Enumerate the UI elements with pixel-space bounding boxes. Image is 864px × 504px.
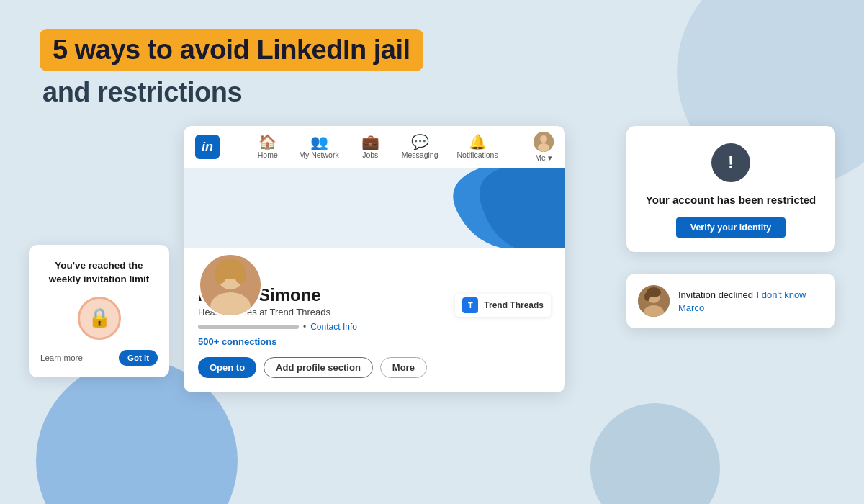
account-restricted-card: ! Your account has been restricted Verif… — [626, 126, 835, 252]
svg-point-2 — [538, 143, 549, 152]
linkedin-navbar: in 🏠 Home 👥 My Network 💼 Jobs 💬 Messagi — [184, 126, 565, 168]
home-icon: 🏠 — [258, 135, 276, 149]
more-button[interactable]: More — [380, 357, 427, 378]
lock-icon-wrapper: 🔒 — [78, 297, 121, 340]
me-avatar — [534, 132, 554, 152]
profile-banner — [184, 168, 565, 248]
banner-wave-svg — [385, 168, 565, 248]
main-content: 5 ways to avoid LinkedIn jail and restri… — [0, 0, 864, 504]
title-line2: and restrictions — [40, 77, 423, 108]
company-badge: T Trend Threads — [455, 294, 551, 317]
nav-jobs-label: Jobs — [362, 150, 378, 159]
lock-icon: 🔒 — [88, 307, 111, 329]
me-label: Me ▾ — [535, 153, 552, 162]
got-it-button[interactable]: Got it — [119, 350, 158, 366]
restricted-title: Your account has been restricted — [641, 192, 821, 207]
svg-point-8 — [235, 266, 246, 284]
verify-identity-button[interactable]: Verify your identity — [676, 217, 786, 238]
svg-point-13 — [644, 292, 650, 301]
nav-notifications-label: Notifications — [457, 150, 498, 159]
title-highlight-box: 5 ways to avoid LinkedIn jail — [40, 29, 423, 71]
declined-message-area: Invitation declined I don't know Marco — [678, 288, 824, 314]
declined-user-avatar — [638, 285, 670, 317]
learn-more-link[interactable]: Learn more — [40, 354, 83, 362]
nav-network-label: My Network — [299, 150, 338, 159]
invitation-footer: Learn more Got it — [40, 350, 158, 366]
nav-me[interactable]: Me ▾ — [534, 132, 554, 162]
profile-body: T Trend Threads Marina Simone Head of Sa… — [184, 285, 565, 392]
nav-home[interactable]: 🏠 Home — [248, 132, 287, 162]
nav-messaging[interactable]: 💬 Messaging — [395, 132, 446, 162]
title-line1: 5 ways to avoid LinkedIn jail — [53, 35, 410, 65]
linkedin-logo: in — [195, 135, 220, 159]
profile-bar — [198, 325, 299, 329]
profile-avatar — [198, 253, 263, 318]
company-badge-icon: T — [462, 297, 478, 313]
nav-home-label: Home — [258, 150, 278, 159]
alert-icon: ! — [728, 153, 734, 173]
invitation-declined-card: Invitation declined I don't know Marco — [626, 274, 835, 328]
declined-text: Invitation declined — [678, 289, 753, 300]
profile-actions: Open to Add profile section More — [198, 357, 551, 378]
svg-point-1 — [540, 135, 547, 143]
me-avatar-img — [534, 132, 554, 152]
profile-meta: • Contact Info — [198, 322, 551, 332]
invitation-title: You've reached the weekly invitation lim… — [40, 259, 158, 287]
invitation-limit-card: You've reached the weekly invitation lim… — [29, 245, 169, 377]
connections-count[interactable]: 500+ connections — [198, 336, 551, 347]
linkedin-profile-card: in 🏠 Home 👥 My Network 💼 Jobs 💬 Messagi — [184, 126, 565, 392]
messaging-icon: 💬 — [411, 135, 429, 149]
nav-jobs[interactable]: 💼 Jobs — [351, 132, 390, 162]
nav-network[interactable]: 👥 My Network — [292, 132, 346, 162]
title-area: 5 ways to avoid LinkedIn jail and restri… — [40, 29, 423, 108]
add-profile-section-button[interactable]: Add profile section — [264, 357, 373, 378]
contact-info-link[interactable]: Contact Info — [310, 322, 357, 332]
company-badge-name: Trend Threads — [484, 300, 544, 310]
alert-icon-wrapper: ! — [711, 143, 750, 182]
network-icon: 👥 — [310, 135, 328, 149]
nav-notifications[interactable]: 🔔 Notifications — [450, 132, 505, 162]
dot-separator: • — [303, 322, 306, 332]
jobs-icon: 💼 — [361, 135, 379, 149]
profile-avatar-img — [200, 255, 261, 315]
svg-point-7 — [215, 266, 226, 284]
nav-items: 🏠 Home 👥 My Network 💼 Jobs 💬 Messaging 🔔 — [237, 132, 516, 162]
notifications-icon: 🔔 — [469, 135, 487, 149]
declined-avatar-img — [638, 285, 670, 317]
nav-messaging-label: Messaging — [402, 150, 438, 159]
open-to-button[interactable]: Open to — [198, 357, 256, 378]
